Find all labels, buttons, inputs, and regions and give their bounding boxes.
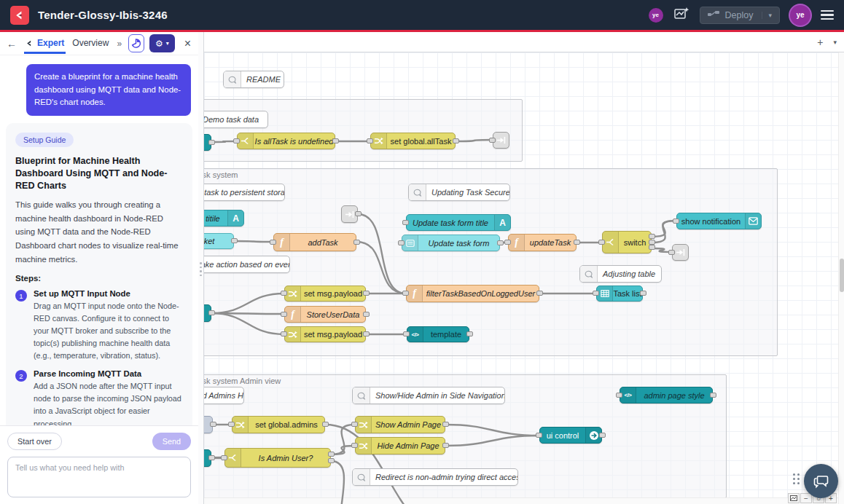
take-action-based-on-event-node[interactable]: Take action based on event — [204, 256, 290, 273]
is-admin-user-node[interactable]: Is Admin User? — [224, 448, 331, 468]
node-port[interactable] — [504, 240, 511, 245]
is-alltask-is-undefined-node[interactable]: Is allTask is undefined — [237, 133, 335, 149]
pie-chart-button[interactable] — [128, 34, 144, 52]
update-task-form-node[interactable]: Update task form — [402, 235, 500, 251]
node-port[interactable] — [616, 393, 622, 398]
node-port[interactable] — [281, 331, 287, 336]
add-flow-button[interactable]: + — [817, 37, 823, 47]
set-msg-payload-node[interactable]: set msg.payload — [284, 286, 366, 302]
flow-list-dropdown-icon[interactable]: ▾ — [833, 39, 837, 46]
node-port[interactable] — [208, 455, 215, 460]
node-port[interactable] — [668, 250, 675, 255]
node-port[interactable] — [489, 138, 496, 143]
node-port[interactable] — [281, 312, 287, 317]
node-port[interactable] — [221, 455, 227, 460]
node-port[interactable] — [402, 291, 409, 296]
demo-task-data-node[interactable]: Demo task data — [204, 111, 268, 128]
set-global-alltask-node[interactable]: set global.allTask — [370, 133, 456, 149]
show-admin-page-node[interactable]: Show Admin Page — [355, 416, 445, 433]
node-port[interactable] — [649, 245, 655, 250]
node-port[interactable] — [208, 140, 215, 145]
node-port[interactable] — [402, 220, 409, 225]
node-port[interactable] — [398, 240, 405, 245]
node-port[interactable] — [281, 291, 287, 296]
assistant-conversation[interactable]: Create a blueprint for a machine health … — [0, 55, 198, 425]
hide-admin-page-node[interactable]: Hide Admin Page — [355, 437, 445, 454]
navigator-button[interactable] — [788, 493, 800, 503]
redirect-is-non-admin-trying-direct-access-node[interactable]: Redirect is non-admin trying direct acce… — [352, 468, 518, 486]
node-port[interactable] — [351, 443, 358, 448]
node-port[interactable] — [466, 331, 473, 336]
node-port[interactable] — [233, 138, 240, 143]
node-port[interactable] — [367, 138, 373, 143]
update-task-form-title-node[interactable]: Update task form titleA — [406, 214, 511, 231]
updating-task-securely-node[interactable]: Updating Task Securely — [408, 184, 510, 201]
node-port[interactable] — [322, 422, 329, 427]
node-port[interactable] — [442, 422, 449, 427]
chat-assistant-button[interactable] — [804, 464, 838, 498]
node-port[interactable] — [403, 331, 410, 336]
node-port[interactable] — [599, 433, 606, 438]
add-admins-here-node[interactable]: Add Admins Here — [204, 387, 244, 404]
adjusting-table-node[interactable]: Adjusting table — [579, 265, 662, 283]
ticket-node[interactable]: ticket — [204, 233, 234, 249]
task-form-titile-node[interactable]: Task form titileA — [204, 210, 244, 227]
switch-node[interactable]: switch — [602, 231, 652, 253]
flow-canvas[interactable]: Task systemTask system Admin viewREADMED… — [204, 52, 844, 504]
show-notification-node[interactable]: show notification — [676, 213, 762, 229]
readme-node[interactable]: README — [223, 71, 284, 88]
sidebar-resize-handle[interactable] — [198, 32, 204, 504]
node-port[interactable] — [363, 331, 370, 336]
ai-canvas-icon[interactable] — [673, 7, 689, 24]
task-list-node[interactable]: Task list — [596, 286, 643, 302]
node-port[interactable] — [710, 393, 716, 398]
updatetask-node[interactable]: fupdateTask — [508, 234, 577, 251]
tab-overview[interactable]: Overview — [71, 33, 110, 54]
node-port[interactable] — [355, 211, 362, 216]
node-port[interactable] — [640, 291, 646, 296]
send-button[interactable]: Send — [152, 433, 191, 450]
node-port[interactable] — [228, 422, 235, 427]
node-port[interactable] — [210, 422, 216, 427]
storeuserdata-node[interactable]: fStoreUserData — [284, 306, 366, 323]
admin-page-style-node[interactable]: </>admin page style — [620, 387, 713, 403]
close-icon[interactable]: × — [181, 37, 194, 50]
main-menu-icon[interactable] — [821, 10, 834, 20]
user-avatar[interactable]: ye — [790, 5, 810, 25]
node-port[interactable] — [328, 458, 335, 463]
assistant-drag-handle[interactable] — [793, 473, 800, 484]
node-port[interactable] — [453, 138, 459, 143]
node-port[interactable] — [497, 240, 504, 245]
save-task-to-persistent-storage-node[interactable]: Save task to persistent storage — [204, 184, 285, 201]
node-port[interactable] — [351, 422, 358, 427]
back-arrow-icon[interactable]: ← — [4, 38, 19, 50]
node-port[interactable] — [574, 240, 580, 245]
node-port[interactable] — [442, 443, 449, 448]
filtertaskbasedonloggeduser-node[interactable]: ffilterTaskBasedOnLoggedUser — [406, 285, 539, 302]
start-over-button[interactable]: Start over — [7, 433, 62, 450]
node-port[interactable] — [673, 218, 679, 224]
settings-dropdown-button[interactable]: ⚙ ▾ — [149, 34, 175, 52]
ui-control-node[interactable]: ui control — [539, 427, 602, 444]
set-global-admins-node[interactable]: set global.admins — [232, 416, 325, 433]
node-port[interactable] — [270, 240, 276, 245]
expand-tabs-icon[interactable]: » — [115, 39, 123, 49]
show-hide-admin-in-side-navigation-node[interactable]: Show/Hide Admin in Side Navigation — [352, 387, 505, 404]
template-node[interactable]: </>template — [407, 326, 469, 342]
tab-expert[interactable]: Expert — [24, 33, 66, 54]
node-port[interactable] — [208, 310, 215, 315]
node-port[interactable] — [332, 138, 339, 143]
deploy-button[interactable]: Deploy ▾ — [700, 7, 780, 24]
node-port[interactable] — [649, 240, 655, 245]
node-port[interactable] — [363, 312, 370, 317]
node-port[interactable] — [536, 433, 542, 438]
node-port[interactable] — [363, 291, 370, 296]
node-port[interactable] — [328, 452, 335, 457]
addtask-node[interactable]: faddTask — [273, 233, 356, 251]
assistant-prompt-input[interactable] — [7, 457, 191, 497]
node-port[interactable] — [649, 234, 655, 239]
node-port[interactable] — [353, 240, 360, 245]
node-port[interactable] — [231, 238, 238, 243]
set-msg-payload-node[interactable]: set msg.payload — [284, 326, 366, 342]
node-port[interactable] — [593, 291, 599, 296]
